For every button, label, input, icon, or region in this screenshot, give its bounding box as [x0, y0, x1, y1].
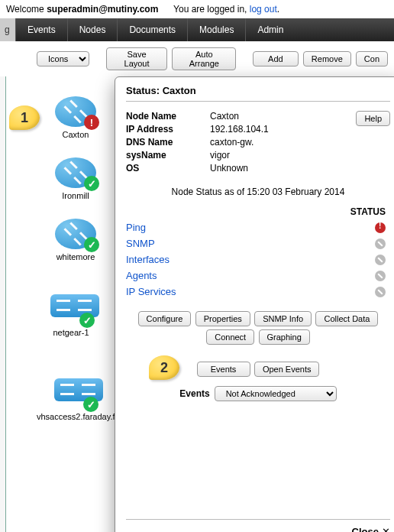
header: Welcome superadmin@mutiny.com You are lo… [0, 0, 394, 18]
os-value: Unknown [210, 163, 390, 174]
panel-title: Status: Caxton [126, 85, 390, 102]
add-button[interactable]: Add [253, 51, 299, 66]
status-panel: Status: Caxton Help Node NameCaxton IP A… [115, 76, 394, 532]
status-header: STATUS [126, 206, 390, 217]
node-netgear1[interactable]: netgear-1 [37, 290, 105, 337]
help-button[interactable]: Help [356, 111, 390, 126]
node-name-value: Caxton [210, 111, 356, 122]
save-layout-button[interactable]: Save Layout [106, 47, 168, 70]
configure-button[interactable]: Configure [138, 311, 192, 326]
callout-2: 2 [149, 355, 179, 380]
view-select[interactable]: Icons [37, 51, 89, 66]
nav-tab-partial[interactable]: g [0, 18, 15, 41]
node-label: Ironmill [41, 191, 110, 200]
callout-1: 1 [9, 105, 40, 130]
ip-value: 192.168.104.1 [210, 124, 356, 135]
welcome-text: Welcome [6, 4, 47, 15]
node-whitemore[interactable]: whitemore [41, 219, 110, 261]
status-dot-grey [375, 255, 386, 265]
status-badge-error [84, 115, 99, 130]
nav-tab-documents[interactable]: Documents [117, 18, 187, 41]
sysname-value: vigor [210, 150, 390, 161]
node-name-label: Node Name [126, 111, 210, 122]
auto-arrange-button[interactable]: Auto Arrange [172, 47, 236, 70]
service-interfaces-link[interactable]: Interfaces [126, 254, 375, 265]
node-vhsaccess[interactable]: vhsaccess2.faraday.fi [37, 375, 113, 421]
events-filter-row: Events Not Acknowledged [126, 386, 390, 401]
ip-label: IP Address [126, 124, 210, 135]
dns-value: caxton-gw. [210, 137, 390, 148]
panel-button-row-1: Configure Properties SNMP Info Collect D… [126, 310, 390, 346]
close-button[interactable]: Close✕ [126, 519, 390, 532]
nav-tab-nodes[interactable]: Nodes [67, 18, 118, 41]
events-filter-select[interactable]: Not Acknowledged [215, 386, 337, 401]
sysname-label: sysName [126, 150, 210, 161]
collect-data-button[interactable]: Collect Data [315, 311, 378, 326]
status-badge-ok [84, 237, 99, 252]
user-link[interactable]: superadmin@mutiny.com [47, 4, 158, 15]
main-area: 1 Caxton Ironmill whitemore netgear-1 vh… [0, 76, 394, 532]
status-dot-red [375, 222, 386, 233]
open-events-button[interactable]: Open Events [254, 362, 320, 377]
status-dot-grey [375, 287, 386, 297]
events-button[interactable]: Events [197, 362, 250, 377]
node-label: Caxton [41, 130, 110, 139]
status-badge-ok [83, 397, 98, 412]
nav-tab-admin[interactable]: Admin [245, 18, 295, 41]
logout-link[interactable]: log out [250, 4, 277, 15]
logged-in-text: You are logged in, [173, 4, 250, 15]
service-row: Ping [126, 222, 390, 233]
close-icon: ✕ [382, 526, 390, 532]
status-badge-ok [79, 313, 95, 328]
service-ipservices-link[interactable]: IP Services [126, 286, 375, 297]
node-label: whitemore [41, 252, 110, 261]
service-row: IP Services [126, 286, 390, 297]
remove-button[interactable]: Remove [303, 51, 351, 66]
events-label: Events [179, 388, 209, 399]
status-dot-grey [375, 271, 386, 281]
panel-button-row-2: 2 Events Open Events [126, 360, 390, 378]
properties-button[interactable]: Properties [195, 311, 250, 326]
status-badge-ok [84, 176, 99, 191]
close-label: Close [352, 526, 379, 532]
connect-button[interactable]: Connect [206, 329, 254, 345]
service-agents-link[interactable]: Agents [126, 270, 375, 281]
node-caxton[interactable]: Caxton [41, 96, 110, 139]
node-label: netgear-1 [37, 328, 105, 337]
nav-tab-modules[interactable]: Modules [187, 18, 245, 41]
node-ironmill[interactable]: Ironmill [41, 157, 110, 200]
left-sidebar-edge [0, 76, 6, 532]
node-label: vhsaccess2.faraday.fi [37, 412, 113, 421]
topology-canvas[interactable]: 1 Caxton Ironmill whitemore netgear-1 vh… [6, 76, 394, 532]
nav-tab-events[interactable]: Events [15, 18, 67, 41]
dns-label: DNS Name [126, 137, 210, 148]
toolbar: Icons Save Layout Auto Arrange Add Remov… [0, 41, 394, 76]
service-row: SNMP [126, 238, 390, 249]
navbar: g Events Nodes Documents Modules Admin [0, 18, 394, 41]
con-button[interactable]: Con [356, 51, 388, 66]
service-row: Agents [126, 270, 390, 281]
snmp-info-button[interactable]: SNMP Info [254, 311, 312, 326]
service-snmp-link[interactable]: SNMP [126, 238, 375, 249]
status-time: Node Status as of 15:20 03 February 2014 [126, 187, 390, 197]
status-dot-grey [375, 238, 386, 249]
os-label: OS [126, 163, 210, 174]
service-ping-link[interactable]: Ping [126, 222, 375, 233]
service-row: Interfaces [126, 254, 390, 265]
graphing-button[interactable]: Graphing [259, 329, 310, 345]
